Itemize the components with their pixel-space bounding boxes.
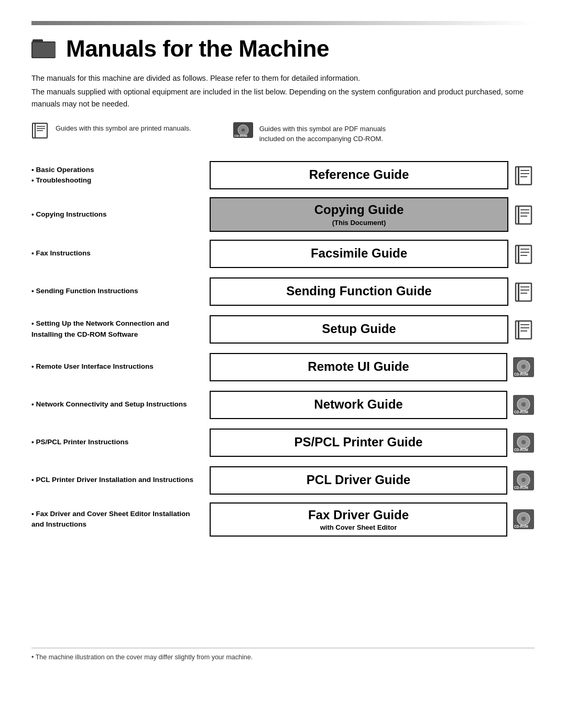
guide-description-fax-driver: • Fax Driver and Cover Sheet Editor Inst… bbox=[31, 509, 210, 530]
intro-line1: The manuals for this machine are divided… bbox=[31, 72, 535, 84]
cdrom-icon-network: CD-ROM bbox=[513, 394, 535, 415]
header-bar bbox=[31, 21, 535, 25]
guide-row-copying: • Copying InstructionsCopying Guide(This… bbox=[31, 197, 535, 232]
svg-text:CD-ROM: CD-ROM bbox=[514, 372, 528, 376]
page-footer: • The machine illustration on the cover … bbox=[31, 648, 535, 661]
legend-printed-text: Guides with this symbol are printed manu… bbox=[56, 124, 191, 132]
book-icon-setup bbox=[514, 319, 535, 340]
cdrom-icon-remote-ui: CD-ROM bbox=[513, 357, 535, 378]
guides-list: • Basic Operations• TroubleshootingRefer… bbox=[31, 159, 535, 537]
guide-row-sending: • Sending Function InstructionsSending F… bbox=[31, 276, 535, 307]
guide-desc-line: • Network Connectivity and Setup Instruc… bbox=[31, 399, 199, 410]
cdrom-legend-icon: CD-ROM bbox=[233, 122, 254, 141]
svg-rect-18 bbox=[518, 206, 519, 224]
guide-desc-line: • Setting Up the Network Connection and … bbox=[31, 318, 199, 340]
guide-button-title-setup: Setup Guide bbox=[322, 322, 396, 337]
cdrom-icon-pcl-driver: CD-ROM bbox=[513, 470, 535, 491]
guide-button-title-fax-driver: Fax Driver Guide bbox=[308, 508, 409, 523]
legend-printed: Guides with this symbol are printed manu… bbox=[31, 122, 191, 141]
guide-description-network: • Network Connectivity and Setup Instruc… bbox=[31, 399, 210, 410]
legend-cdrom-text: Guides with this symbol are PDF manuals … bbox=[259, 124, 396, 143]
page-title: Manuals for the Machine bbox=[66, 36, 329, 62]
svg-point-43 bbox=[521, 402, 526, 406]
guide-button-title-reference: Reference Guide bbox=[309, 167, 409, 183]
guide-desc-line: • Fax Instructions bbox=[31, 248, 199, 259]
cdrom-icon-pspcl: CD-ROM bbox=[513, 432, 535, 453]
svg-point-10 bbox=[242, 129, 245, 132]
guide-button-subtitle-fax-driver: with Cover Sheet Editor bbox=[320, 523, 397, 531]
svg-text:CD-ROM: CD-ROM bbox=[514, 448, 528, 452]
book-icon-facsimile bbox=[514, 243, 535, 264]
guide-button-title-copying: Copying Guide bbox=[314, 202, 404, 218]
guide-button-sending: Sending Function Guide bbox=[210, 277, 508, 306]
guide-row-fax-driver: • Fax Driver and Cover Sheet Editor Inst… bbox=[31, 502, 535, 537]
svg-point-55 bbox=[521, 517, 526, 521]
guide-description-copying: • Copying Instructions bbox=[31, 209, 210, 220]
svg-text:CD-ROM: CD-ROM bbox=[514, 410, 528, 414]
guide-button-title-remote-ui: Remote UI Guide bbox=[308, 359, 409, 374]
guide-description-facsimile: • Fax Instructions bbox=[31, 248, 210, 259]
guide-button-title-pspcl: PS/PCL Printer Guide bbox=[295, 435, 423, 450]
svg-text:CD-ROM: CD-ROM bbox=[514, 486, 528, 489]
svg-rect-4 bbox=[35, 123, 36, 138]
guide-row-facsimile: • Fax InstructionsFacsimile Guide bbox=[31, 238, 535, 270]
guide-row-remote-ui: • Remote User Interface InstructionsRemo… bbox=[31, 351, 535, 383]
guide-button-pcl-driver: PCL Driver Guide bbox=[210, 466, 507, 495]
guide-button-remote-ui: Remote UI Guide bbox=[210, 353, 507, 381]
guide-button-facsimile: Facsimile Guide bbox=[210, 240, 508, 268]
guide-button-fax-driver: Fax Driver Guidewith Cover Sheet Editor bbox=[210, 502, 507, 537]
guide-desc-line: • Fax Driver and Cover Sheet Editor Inst… bbox=[31, 509, 199, 530]
svg-rect-23 bbox=[518, 245, 519, 263]
guide-row-pspcl: • PS/PCL Printer InstructionsPS/PCL Prin… bbox=[31, 427, 535, 458]
guide-desc-line: • PS/PCL Printer Instructions bbox=[31, 437, 199, 447]
book-icon-copying bbox=[514, 204, 535, 225]
guide-button-network: Network Guide bbox=[210, 391, 507, 419]
guide-row-setup: • Setting Up the Network Connection and … bbox=[31, 314, 535, 345]
legend-row: Guides with this symbol are printed manu… bbox=[31, 122, 535, 143]
page-header: Manuals for the Machine bbox=[31, 36, 535, 62]
footer-note: • The machine illustration on the cover … bbox=[31, 654, 253, 661]
svg-rect-33 bbox=[518, 321, 519, 339]
svg-point-47 bbox=[521, 440, 526, 444]
svg-text:CD-ROM: CD-ROM bbox=[234, 134, 247, 137]
svg-point-39 bbox=[521, 365, 526, 369]
guide-button-subtitle-copying: (This Document) bbox=[332, 219, 386, 227]
guide-button-title-facsimile: Facsimile Guide bbox=[311, 246, 407, 261]
guide-button-pspcl: PS/PCL Printer Guide bbox=[210, 429, 507, 457]
guide-row-pcl-driver: • PCL Printer Driver Installation and In… bbox=[31, 465, 535, 496]
guide-desc-line: • Remote User Interface Instructions bbox=[31, 361, 199, 372]
page-icon bbox=[31, 36, 59, 61]
guide-button-setup: Setup Guide bbox=[210, 315, 508, 344]
svg-point-51 bbox=[521, 478, 526, 482]
guide-description-reference: • Basic Operations• Troubleshooting bbox=[31, 165, 210, 186]
svg-text:CD-ROM: CD-ROM bbox=[514, 524, 528, 528]
guide-desc-line: • PCL Printer Driver Installation and In… bbox=[31, 475, 199, 485]
book-icon-sending bbox=[514, 281, 535, 302]
book-icon-reference bbox=[514, 165, 535, 186]
guide-description-pcl-driver: • PCL Printer Driver Installation and In… bbox=[31, 475, 210, 485]
svg-rect-28 bbox=[518, 283, 519, 301]
guide-desc-line: • Troubleshooting bbox=[31, 175, 199, 186]
guide-desc-line: • Sending Function Instructions bbox=[31, 286, 199, 296]
guide-description-setup: • Setting Up the Network Connection and … bbox=[31, 318, 210, 340]
guide-button-reference: Reference Guide bbox=[210, 161, 508, 189]
guide-button-title-sending: Sending Function Guide bbox=[286, 284, 431, 299]
guide-row-reference: • Basic Operations• TroubleshootingRefer… bbox=[31, 159, 535, 191]
book-legend-icon bbox=[31, 122, 50, 141]
cdrom-icon-fax-driver: CD-ROM bbox=[513, 509, 535, 530]
guide-button-copying: Copying Guide(This Document) bbox=[210, 197, 508, 232]
intro-line2: The manuals supplied with optional equip… bbox=[31, 86, 535, 110]
guide-description-pspcl: • PS/PCL Printer Instructions bbox=[31, 437, 210, 447]
guide-desc-line: • Basic Operations bbox=[31, 165, 199, 175]
svg-rect-2 bbox=[32, 42, 56, 57]
guide-row-network: • Network Connectivity and Setup Instruc… bbox=[31, 389, 535, 421]
legend-cdrom: CD-ROM Guides with this symbol are PDF m… bbox=[233, 122, 396, 143]
svg-rect-13 bbox=[518, 167, 519, 185]
guide-desc-line: • Copying Instructions bbox=[31, 209, 199, 220]
guide-button-title-pcl-driver: PCL Driver Guide bbox=[307, 473, 410, 488]
guide-description-sending: • Sending Function Instructions bbox=[31, 286, 210, 296]
guide-description-remote-ui: • Remote User Interface Instructions bbox=[31, 361, 210, 372]
guide-button-title-network: Network Guide bbox=[314, 397, 402, 412]
